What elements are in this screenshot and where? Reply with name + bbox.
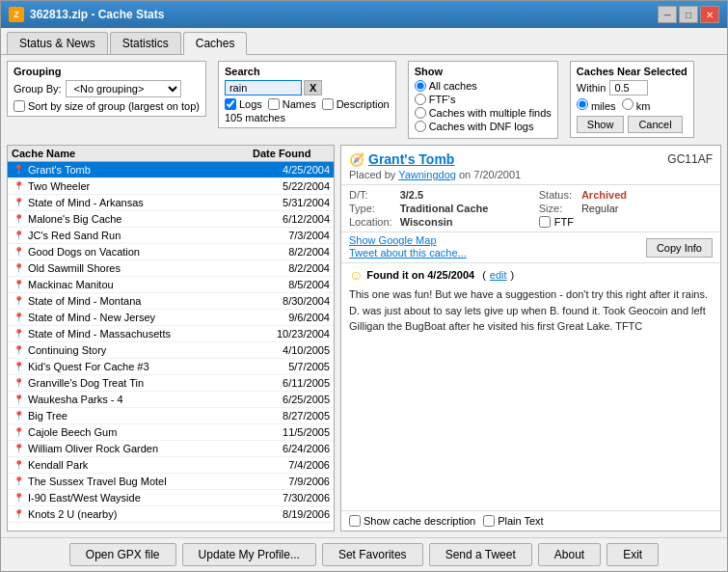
list-item[interactable]: 📍 Granville's Dog Treat Tin 6/11/2005 [8,375,334,392]
item-date: 8/19/2006 [253,508,330,520]
show-ftf-label: FTF's [429,94,456,105]
near-panel: Caches Near Selected Within miles km Sho… [570,61,694,138]
group-by-select[interactable]: <No grouping> [66,80,181,97]
list-item[interactable]: 📍 State of Mind - New Jersey 9/6/2004 [8,310,334,326]
about-button[interactable]: About [538,543,601,566]
list-item[interactable]: 📍 Waukesha Parks - 4 6/25/2005 [8,392,334,408]
item-name: Malone's Big Cache [28,213,253,225]
item-name: Granville's Dog Treat Tin [28,377,253,389]
item-name: Continuing Story [28,344,253,356]
item-name: Waukesha Parks - 4 [28,394,253,405]
tab-status[interactable]: Status & News [7,32,108,54]
list-item[interactable]: 📍 JC's Red Sand Run 7/3/2004 [8,228,334,244]
type-label: Type: [349,203,392,214]
list-item[interactable]: 📍 Old Sawmill Shores 8/2/2004 [8,260,334,277]
title-bar: Z 362813.zip - Cache Stats ─ □ ✕ [1,1,727,28]
item-date: 7/9/2006 [253,476,330,487]
near-cancel-button[interactable]: Cancel [628,116,682,133]
detail-links: Show Google Map Tweet about this cache..… [349,234,467,259]
item-name: William Oliver Rock Garden [28,443,253,454]
list-item[interactable]: 📍 Kid's Quest For Cache #3 5/7/2005 [8,359,334,375]
item-name: Mackinac Manitou [28,279,253,290]
minimize-button[interactable]: ─ [658,6,677,23]
list-item[interactable]: 📍 The Sussex Travel Bug Motel 7/9/2006 [8,474,334,490]
show-ftf-radio[interactable] [415,94,426,105]
item-date: 4/25/2004 [253,164,330,176]
list-item[interactable]: 📍 State of Mind - Massachusetts 10/23/20… [8,326,334,342]
list-item[interactable]: 📍 I-90 East/West Wayside 7/30/2006 [8,490,334,506]
show-cache-desc-checkbox[interactable] [349,515,361,527]
search-logs-checkbox[interactable] [225,98,236,110]
search-names-checkbox[interactable] [268,98,280,110]
item-date: 8/2/2004 [253,262,330,274]
type-value: Traditional Cache [400,203,531,214]
search-label: Search [225,66,390,77]
search-description-checkbox[interactable] [322,98,334,110]
list-item[interactable]: 📍 Cajole Beech Gum 11/5/2005 [8,424,334,441]
cache-icon: 📍 [12,311,25,324]
grouping-label: Grouping [13,66,200,77]
set-favorites-button[interactable]: Set Favorites [322,543,423,566]
detail-title-link[interactable]: Grant's Tomb [368,151,454,167]
sort-by-size-checkbox[interactable] [13,100,25,112]
show-panel: Show All caches FTF's Caches with multip… [408,61,558,139]
plain-text-checkbox[interactable] [483,515,495,527]
list-item[interactable]: 📍 Two Wheeler 5/22/2004 [8,178,334,195]
cache-icon: 📍 [12,278,25,291]
google-map-link[interactable]: Show Google Map [349,234,467,246]
show-all-radio[interactable] [415,80,426,92]
cache-icon: 📍 [12,245,25,259]
item-name: The Sussex Travel Bug Motel [28,476,253,487]
size-label: Size: [539,203,574,214]
near-show-button[interactable]: Show [577,116,625,133]
main-content: Grouping Group By: <No grouping> Sort by… [1,55,727,537]
show-multiple-radio[interactable] [415,107,426,119]
log-edit-link[interactable]: edit [490,269,507,281]
open-gpx-button[interactable]: Open GPX file [69,543,176,566]
list-item[interactable]: 📍 State of Mind - Montana 8/30/2004 [8,293,334,310]
item-name: Knots 2 U (nearby) [28,508,253,520]
search-input[interactable] [225,80,302,95]
ftf-checkbox[interactable] [539,216,551,228]
placed-date: on 7/20/2001 [459,169,521,180]
detail-header: 🧭 Grant's Tomb GC11AF Placed by Yawningd… [341,146,720,185]
exit-button[interactable]: Exit [607,543,659,566]
list-item[interactable]: 📍 Kendall Park 7/4/2006 [8,457,334,474]
send-tweet-button[interactable]: Send a Tweet [429,543,532,566]
item-name: Kid's Quest For Cache #3 [28,361,253,372]
list-item[interactable]: 📍 Grant's Tomb 4/25/2004 [8,162,334,178]
cache-list-scroll[interactable]: 📍 Grant's Tomb 4/25/2004 📍 Two Wheeler 5… [8,162,334,531]
maximize-button[interactable]: □ [679,6,698,23]
tweet-link[interactable]: Tweet about this cache... [349,247,467,259]
item-name: Cajole Beech Gum [28,426,253,438]
close-button[interactable]: ✕ [700,6,719,23]
item-date: 6/11/2005 [253,377,330,389]
tab-caches[interactable]: Caches [183,32,248,55]
update-profile-button[interactable]: Update My Profile... [182,543,316,566]
show-dnf-radio[interactable] [415,121,426,132]
plain-text-label: Plain Text [498,515,544,527]
km-radio[interactable] [622,98,634,110]
list-item[interactable]: 📍 Continuing Story 4/10/2005 [8,342,334,359]
placed-by-label: Placed by [349,169,395,180]
search-logs-label: Logs [239,98,262,110]
item-date: 5/7/2005 [253,361,330,372]
detail-log: ☺ Found it on 4/25/2004 ( edit ) This on… [341,263,720,510]
list-item[interactable]: 📍 Knots 2 U (nearby) 8/19/2006 [8,506,334,523]
list-item[interactable]: 📍 Malone's Big Cache 6/12/2004 [8,211,334,228]
list-item[interactable]: 📍 William Oliver Rock Garden 6/24/2006 [8,441,334,457]
list-item[interactable]: 📍 Mackinac Manitou 8/5/2004 [8,277,334,293]
search-clear-button[interactable]: X [304,80,322,95]
window-title: 362813.zip - Cache Stats [30,8,164,21]
log-edit-paren-close: ) [511,269,515,281]
copy-info-button[interactable]: Copy Info [646,238,713,258]
item-name: State of Mind - Arkansas [28,197,253,208]
placed-by-user-link[interactable]: Yawningdog [398,169,456,180]
list-item[interactable]: 📍 Big Tree 8/27/2005 [8,408,334,424]
list-item[interactable]: 📍 Good Dogs on Vacation 8/2/2004 [8,244,334,260]
cache-icon: 📍 [12,163,25,177]
list-item[interactable]: 📍 State of Mind - Arkansas 5/31/2004 [8,195,334,211]
within-input[interactable] [609,80,648,95]
tab-statistics[interactable]: Statistics [110,32,181,54]
miles-radio[interactable] [577,98,588,110]
